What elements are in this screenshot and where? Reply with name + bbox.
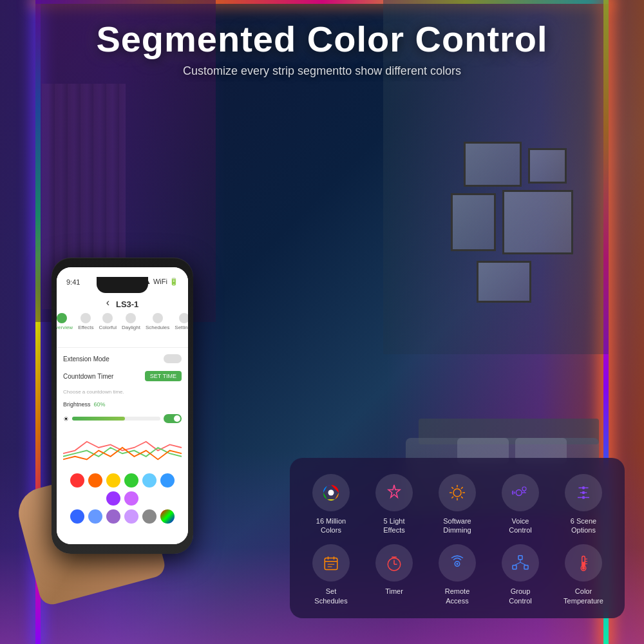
svg-point-14 (582, 486, 585, 489)
schedules-label: SetSchedules (314, 587, 347, 605)
color-orange[interactable] (88, 473, 102, 488)
voice-icon-circle (502, 474, 539, 511)
frame-5 (477, 261, 531, 303)
tab-effects[interactable]: Effects (78, 313, 93, 330)
extension-mode-label: Extension Mode (63, 355, 109, 363)
tab-colorful[interactable]: Colorful (99, 313, 117, 330)
feature-dimming: SoftwareDimming (429, 474, 486, 535)
voice-label: VoiceControl (509, 516, 531, 535)
group-icon-circle (502, 544, 539, 582)
feature-remote: RemoteAccess (429, 544, 486, 605)
svg-line-9 (461, 487, 463, 489)
svg-line-39 (515, 563, 520, 566)
dimming-icon-circle (439, 474, 476, 511)
countdown-label: Countdown Timer (63, 373, 113, 380)
svg-rect-36 (513, 565, 516, 569)
temp-icon-circle (565, 544, 602, 582)
svg-line-10 (451, 497, 453, 498)
color-edit[interactable] (160, 509, 175, 524)
svg-line-8 (461, 497, 463, 498)
colors-label: 16 MillionColors (316, 516, 346, 535)
extension-mode-toggle[interactable] (164, 354, 182, 363)
svg-point-2 (453, 489, 461, 497)
color-lavender[interactable] (124, 491, 138, 506)
phone-notch (97, 277, 148, 293)
feature-group: GroupControl (492, 544, 549, 605)
brightness-toggle[interactable] (164, 414, 182, 423)
remote-icon-circle (439, 544, 476, 582)
timer-label: Timer (385, 587, 403, 596)
feature-colors: 16 MillionColors (303, 474, 359, 535)
device-name: LS3-1 (116, 299, 138, 309)
svg-point-44 (582, 567, 585, 570)
remote-label: RemoteAccess (445, 587, 470, 605)
svg-point-12 (522, 487, 526, 491)
tab-overview[interactable]: Overview (57, 313, 73, 330)
feature-scenes: 6 SceneOptions (555, 474, 612, 535)
features-panel: 16 MillionColors 5 LightEffects (290, 458, 625, 618)
frame-3 (451, 193, 496, 251)
dimming-label: SoftwareDimming (443, 516, 471, 535)
color-cornflower[interactable] (88, 509, 102, 524)
effects-icon-circle (375, 474, 413, 511)
svg-point-13 (582, 491, 585, 495)
features-grid: 16 MillionColors 5 LightEffects (303, 474, 612, 605)
phone-time: 9:41 (66, 278, 80, 286)
svg-line-40 (520, 563, 526, 566)
feature-voice: VoiceControl (492, 474, 549, 535)
phone-tabs: Overview Effects Colorful Daylight (57, 313, 188, 330)
wave-chart (63, 428, 182, 467)
color-thistle[interactable] (124, 509, 138, 524)
feature-effects: 5 LightEffects (366, 474, 422, 535)
feature-temp: ColorTemperature (555, 544, 612, 605)
feature-timer: Timer (366, 544, 422, 605)
brightness-label: Brightness (63, 401, 91, 408)
frame-2 (528, 148, 567, 184)
color-purple[interactable] (106, 491, 120, 506)
phone-container: 9:41 ▲▲▲ WiFi 🔋 ‹ LS3-1 Overview Effect (39, 258, 206, 592)
svg-rect-35 (518, 556, 522, 560)
header: Segmented Color Control Customize every … (0, 19, 644, 78)
color-navy[interactable] (70, 509, 84, 524)
color-medium-purple[interactable] (106, 509, 120, 524)
svg-rect-37 (524, 565, 528, 569)
picture-frames (444, 142, 573, 309)
phone-content: Extension Mode Countdown Timer SET TIME … (57, 348, 188, 544)
svg-rect-22 (325, 558, 337, 570)
color-palette (63, 473, 182, 506)
effects-label: 5 LightEffects (383, 516, 404, 535)
scenes-icon-circle (565, 474, 602, 511)
phone-nav-bar: ‹ LS3-1 Overview Effects Colorful (57, 293, 188, 348)
colors-icon-circle (312, 474, 350, 511)
tab-schedules[interactable]: Schedules (146, 313, 169, 330)
tab-settings[interactable]: Settings (175, 313, 188, 330)
color-blue[interactable] (160, 473, 175, 488)
color-green[interactable] (124, 473, 138, 488)
page-subtitle: Customize every strip segmentto show dif… (0, 64, 644, 78)
phone-body: 9:41 ▲▲▲ WiFi 🔋 ‹ LS3-1 Overview Effect (52, 258, 193, 554)
tab-daylight[interactable]: Daylight (122, 313, 140, 330)
svg-rect-43 (582, 562, 585, 567)
countdown-hint: Choose a countdown time. (63, 389, 182, 395)
brightness-slider[interactable] (72, 417, 160, 421)
color-palette-2 (63, 509, 182, 524)
brightness-value: 60% (94, 401, 106, 408)
svg-line-7 (451, 487, 453, 489)
page-title: Segmented Color Control (0, 19, 644, 59)
color-lightblue[interactable] (142, 473, 156, 488)
color-red[interactable] (70, 473, 84, 488)
feature-schedules: SetSchedules (303, 544, 359, 605)
color-gray[interactable] (142, 509, 156, 524)
color-yellow[interactable] (106, 473, 120, 488)
frame-4 (502, 190, 573, 254)
countdown-row: Countdown Timer SET TIME (63, 371, 182, 381)
frame-1 (464, 142, 522, 187)
timer-icon-circle (375, 544, 413, 582)
temp-label: ColorTemperature (564, 587, 603, 605)
svg-point-15 (582, 496, 585, 499)
group-label: GroupControl (509, 587, 531, 605)
svg-point-34 (457, 563, 459, 565)
svg-point-11 (516, 489, 522, 495)
set-time-button[interactable]: SET TIME (145, 371, 182, 381)
scenes-label: 6 SceneOptions (571, 516, 596, 535)
